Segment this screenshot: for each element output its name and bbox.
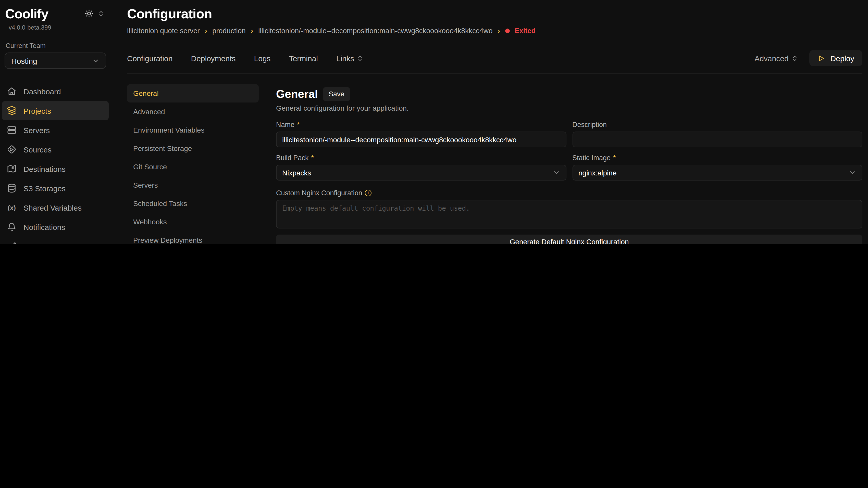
sidebar: Coolify v4.0.0-beta.399 Current Team Hos… — [0, 0, 111, 244]
breadcrumb-project[interactable]: illicitonion quote server — [127, 27, 200, 35]
static-image-label: Static Image — [572, 154, 611, 161]
sidebar-item-label: Projects — [24, 106, 51, 115]
section-subtitle: General configuration for your applicati… — [276, 104, 862, 112]
chevron-right-icon: › — [251, 27, 253, 35]
app-window: Coolify v4.0.0-beta.399 Current Team Hos… — [0, 0, 868, 244]
required-marker: * — [297, 121, 300, 128]
sidebar-item-projects[interactable]: Projects — [2, 101, 109, 120]
tab-deployments[interactable]: Deployments — [191, 54, 236, 62]
submenu-item-general[interactable]: General — [127, 84, 259, 102]
app-logo: Coolify — [5, 6, 51, 22]
sidebar-item-label: Sources — [24, 145, 52, 154]
play-icon — [818, 54, 826, 62]
section-heading-general: General — [276, 88, 318, 101]
status-badge: Exited — [515, 27, 535, 34]
sidebar-item-notifications[interactable]: Notifications — [2, 217, 109, 237]
map-icon — [7, 164, 17, 174]
server-icon — [7, 125, 17, 135]
bell-icon — [7, 222, 17, 232]
theme-sun-icon[interactable] — [85, 9, 93, 20]
submenu-item-git-source[interactable]: Git Source — [127, 158, 259, 176]
sidebar-collapse-icon[interactable] — [97, 10, 104, 19]
sidebar-item-s3-storages[interactable]: S3 Storages — [2, 178, 109, 198]
sidebar-item-shared-variables[interactable]: (x) Shared Variables — [2, 198, 109, 217]
advanced-label: Advanced — [754, 54, 788, 62]
chevrons-up-down-icon — [357, 55, 363, 61]
tab-links-label: Links — [336, 54, 354, 62]
build-pack-label: Build Pack — [276, 154, 309, 161]
sidebar-item-label: Destinations — [24, 164, 66, 173]
save-button[interactable]: Save — [323, 87, 350, 101]
layers-icon — [7, 105, 17, 116]
info-icon[interactable]: i — [365, 189, 371, 196]
tab-terminal[interactable]: Terminal — [289, 54, 318, 62]
variable-icon: (x) — [7, 204, 17, 212]
tab-configuration[interactable]: Configuration — [127, 54, 173, 62]
chevron-right-icon: › — [498, 27, 500, 35]
chevrons-up-down-icon — [792, 55, 798, 61]
build-pack-select[interactable]: Nixpacks — [276, 165, 566, 181]
main-area: Configuration illicitonion quote server … — [111, 0, 868, 244]
sidebar-item-label: Servers — [24, 126, 50, 134]
tab-logs[interactable]: Logs — [254, 54, 271, 62]
tab-links[interactable]: Links — [336, 54, 363, 62]
tab-bar: Configuration Deployments Logs Terminal … — [127, 50, 862, 74]
submenu-item-webhooks[interactable]: Webhooks — [127, 213, 259, 231]
status-dot-icon — [505, 28, 510, 33]
page-title: Configuration — [127, 6, 862, 22]
breadcrumb: illicitonion quote server › production ›… — [127, 27, 862, 35]
chevron-down-icon — [848, 169, 856, 176]
team-select-value: Hosting — [11, 56, 37, 65]
team-select[interactable]: Hosting — [5, 53, 106, 69]
git-source-icon — [7, 144, 17, 155]
sidebar-item-servers[interactable]: Servers — [2, 120, 109, 140]
description-label: Description — [572, 121, 607, 128]
description-input[interactable] — [572, 132, 862, 148]
breadcrumb-application[interactable]: illicitestonion/-module--decomposition:m… — [258, 27, 492, 35]
home-icon — [7, 86, 17, 96]
key-icon — [7, 241, 17, 244]
nginx-config-label: Custom Nginx Configuration — [276, 189, 362, 197]
deploy-label: Deploy — [831, 54, 854, 62]
sidebar-item-keys-tokens[interactable]: Keys & Tokens — [2, 237, 109, 244]
app-version: v4.0.0-beta.399 — [5, 24, 51, 31]
generate-nginx-button[interactable]: Generate Default Nginx Configuration — [276, 234, 862, 244]
required-marker: * — [613, 154, 616, 161]
sidebar-nav: Dashboard Projects Servers Sources Desti… — [2, 82, 109, 244]
sidebar-item-label: Shared Variables — [24, 203, 82, 212]
sidebar-item-destinations[interactable]: Destinations — [2, 159, 109, 178]
config-submenu: General Advanced Environment Variables P… — [127, 84, 259, 244]
sidebar-item-label: Dashboard — [24, 87, 61, 96]
deploy-button[interactable]: Deploy — [810, 50, 862, 66]
name-label: Name — [276, 121, 294, 128]
sidebar-item-dashboard[interactable]: Dashboard — [2, 82, 109, 101]
chevron-right-icon: › — [205, 27, 207, 35]
submenu-item-scheduled-tasks[interactable]: Scheduled Tasks — [127, 194, 259, 213]
submenu-item-servers[interactable]: Servers — [127, 176, 259, 194]
current-team-label: Current Team — [6, 42, 109, 50]
database-icon — [7, 183, 17, 193]
build-pack-value: Nixpacks — [282, 168, 311, 177]
nginx-config-textarea[interactable] — [276, 200, 862, 228]
sidebar-item-label: S3 Storages — [24, 184, 66, 193]
chevron-down-icon — [92, 57, 99, 65]
required-marker: * — [311, 154, 314, 161]
sidebar-item-label: Keys & Tokens — [24, 242, 74, 244]
sidebar-item-sources[interactable]: Sources — [2, 140, 109, 159]
submenu-item-advanced[interactable]: Advanced — [127, 102, 259, 121]
submenu-item-persistent-storage[interactable]: Persistent Storage — [127, 139, 259, 158]
chevron-down-icon — [552, 169, 560, 176]
sidebar-item-label: Notifications — [24, 223, 65, 231]
general-form: General Save General configuration for y… — [276, 84, 862, 244]
name-input[interactable] — [276, 132, 566, 148]
static-image-select[interactable]: nginx:alpine — [572, 165, 862, 181]
submenu-item-environment-variables[interactable]: Environment Variables — [127, 121, 259, 139]
static-image-value: nginx:alpine — [579, 168, 616, 177]
submenu-item-preview-deployments[interactable]: Preview Deployments — [127, 231, 259, 244]
breadcrumb-environment[interactable]: production — [212, 27, 246, 35]
advanced-menu[interactable]: Advanced — [754, 54, 798, 62]
